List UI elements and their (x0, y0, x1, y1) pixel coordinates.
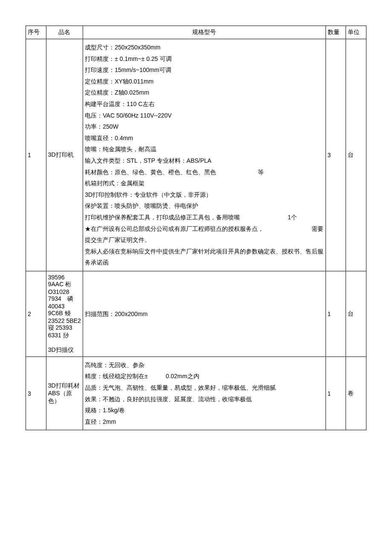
spec-table: 序号 品名 规格型号 数量 单位 13D打印机成型尺寸：250x250x350m… (26, 26, 366, 430)
spec-line: 功率：250W (85, 121, 323, 132)
cell-seq: 3 (26, 357, 46, 430)
table-row: 239596 9AAC 桁 O31028 7934 磷 40043 9C6B 鳗… (26, 271, 366, 357)
spec-line: 耗材颜色：原色、绿色、黄色、橙色、红色、黑色 等 (85, 167, 323, 178)
spec-line: 打印速度：15mm/s~100mm可调 (85, 64, 323, 76)
table-body: 13D打印机成型尺寸：250x250x350mm打印精度：± 0.1mm~± 0… (26, 39, 366, 430)
spec-line: 构建平台温度：110 C左右 (85, 98, 323, 110)
spec-line: 打印机维护保养配套工具，打印成品修正工具包，备用喷嘴 1个 (85, 212, 323, 223)
spec-line: ★在广州设有公司总部或分公司或有原厂工程师驻点的授权服务点， 需要提交生产厂家证… (85, 223, 323, 246)
cell-seq: 1 (26, 39, 46, 271)
spec-line: 精度：线径稳定控制在± 0.02mm之内 (85, 371, 323, 382)
spec-line: 效果：不翘边，良好的抗拉强度、延展度、流动性，收缩率极低 (85, 394, 323, 405)
spec-line: 机箱封闭式：金属框架 (85, 178, 323, 189)
spec-line: 扫描范围：200x200mm (85, 308, 323, 320)
spec-line: 3D打印控制软件：专业软件（中文版，非开源） (85, 189, 323, 201)
spec-line: 保护装置：喷头防护、喷嘴防烫、停电保护 (85, 200, 323, 212)
spec-line: 输入文件类型：STL，STP 专业材料：ABS/PLA (85, 155, 323, 167)
spec-line: 成型尺寸：250x250x350mm (85, 42, 323, 53)
header-name: 品名 (46, 26, 83, 39)
cell-name: 39596 9AAC 桁 O31028 7934 磷 40043 9C6B 鳗 … (46, 271, 83, 357)
spec-line: 品质：无气泡、高韧性、低重量，易成型，效果好，缩率极低、光滑细腻 (85, 382, 323, 394)
cell-spec: 高纯度：无回收、参杂精度：线径稳定控制在± 0.02mm之内品质：无气泡、高韧性… (83, 357, 326, 430)
spec-line: 定位精度：XY轴0.011mm (85, 76, 323, 87)
cell-spec: 成型尺寸：250x250x350mm打印精度：± 0.1mm~± 0.25 可调… (83, 39, 326, 271)
header-qty: 数量 (326, 26, 346, 39)
cell-unit: 台 (346, 39, 366, 271)
spec-line: 竞标人必须在竞标响应文件中提供生产厂家针对此项目开具的参数确定表、授权书、售后服… (85, 246, 323, 268)
cell-seq: 2 (26, 271, 46, 357)
header-seq: 序号 (26, 26, 46, 39)
spec-line: 打印精度：± 0.1mm~± 0.25 可调 (85, 53, 323, 65)
spec-line: 电压：VAC 50/60Hz 110V--220V (85, 110, 323, 121)
cell-spec: 扫描范围：200x200mm (83, 271, 326, 357)
cell-unit: 卷 (346, 357, 366, 430)
cell-qty: 1 (326, 271, 346, 357)
header-unit: 单位 (346, 26, 366, 39)
header-spec: 规格型号 (83, 26, 326, 39)
spec-line: 高纯度：无回收、参杂 (85, 359, 323, 371)
spec-line: 定位精度：Z轴0.025mm (85, 87, 323, 98)
spec-line: 喷嘴直径：0.4mm (85, 132, 323, 144)
spec-line: 喷嘴：纯金属喷头，耐高温 (85, 144, 323, 155)
spec-line: 规格：1.5kg/卷 (85, 405, 323, 416)
table-row: 13D打印机成型尺寸：250x250x350mm打印精度：± 0.1mm~± 0… (26, 39, 366, 271)
table-header-row: 序号 品名 规格型号 数量 单位 (26, 26, 366, 39)
table-row: 33D打印耗材ABS（原色）高纯度：无回收、参杂精度：线径稳定控制在± 0.02… (26, 357, 366, 430)
cell-unit: 台 (346, 271, 366, 357)
cell-name: 3D打印机 (46, 39, 83, 271)
cell-qty: 1 (326, 357, 346, 430)
cell-name: 3D打印耗材ABS（原色） (46, 357, 83, 430)
spec-line: 直径：2mm (85, 416, 323, 428)
cell-qty: 3 (326, 39, 346, 271)
